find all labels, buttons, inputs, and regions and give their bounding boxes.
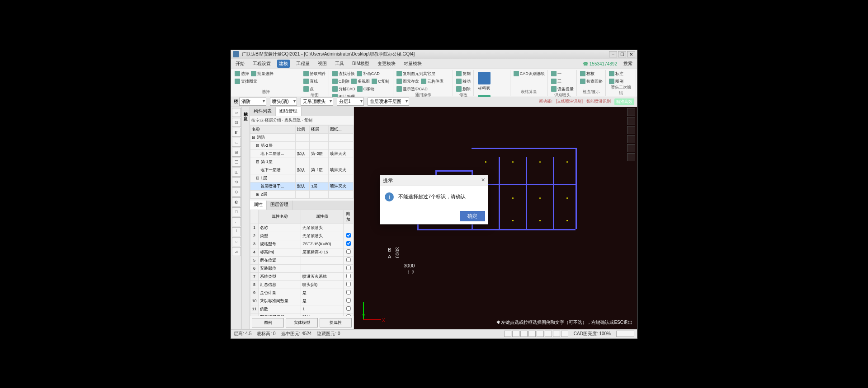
menu-view[interactable]: 视图	[316, 60, 329, 68]
btn-find-element[interactable]: 查找图元	[235, 79, 257, 84]
btn-material-table[interactable]: 材料表	[477, 71, 491, 92]
btn-legend[interactable]: 图例	[609, 79, 623, 84]
tree-row[interactable]: 地下一层喷...默认第-1层喷淋灭火	[250, 166, 354, 174]
menu-start[interactable]: 开始	[234, 60, 246, 68]
btn-sprinkler-1[interactable]: 一	[551, 71, 574, 77]
side-tool-10[interactable]: ◐	[232, 197, 241, 206]
prop-checkbox[interactable]	[346, 249, 351, 254]
tree-row[interactable]: ⊟ 消防	[250, 133, 354, 141]
btn-c-delete[interactable]: C删除	[332, 79, 350, 84]
btn-redraw-cad[interactable]: 补画CAD	[357, 71, 380, 77]
tree-row[interactable]: ⊟ 第-1层	[250, 158, 354, 166]
prop-row[interactable]: 1 名称无吊顶喷头	[250, 224, 354, 232]
menu-modeling[interactable]: 建模	[277, 60, 290, 68]
tree-row[interactable]: 地下二层喷...默认第-2层喷淋灭火	[250, 150, 354, 158]
prop-row[interactable]: 8 汇总信息喷头(消)	[250, 280, 354, 289]
prop-checkbox[interactable]	[346, 290, 351, 295]
tree-row[interactable]: 首层喷淋干...默认1层喷淋灭火	[250, 182, 354, 190]
side-tool-6[interactable]: ☰	[232, 158, 241, 167]
btn-delete[interactable]: 删除	[456, 86, 471, 92]
prop-checkbox[interactable]	[346, 266, 351, 270]
prop-checkbox[interactable]	[346, 233, 351, 238]
side-tool-9[interactable]: ⊙	[232, 187, 241, 196]
dialog-ok-button[interactable]: 确定	[460, 211, 485, 221]
prop-row[interactable]: 2 类型无吊顶喷头	[250, 232, 354, 240]
view-btn-7[interactable]	[553, 331, 560, 337]
selector-component[interactable]: 喷头(消)	[270, 98, 297, 106]
btn-sprinkler-2[interactable]: 三	[551, 79, 574, 84]
btn-copy[interactable]: 复制	[456, 71, 471, 77]
view-btn-3[interactable]	[520, 331, 528, 337]
selector-floor[interactable]: 楼消防	[234, 98, 266, 106]
btn-check[interactable]: 校核	[580, 71, 603, 77]
side-tool-12[interactable]: ⌐	[232, 217, 241, 226]
side-tool-15[interactable]: ⊿	[232, 247, 241, 256]
cat-custom[interactable]: 自定义	[242, 111, 250, 115]
btn-cloud-lib[interactable]: 云构件库	[421, 79, 443, 84]
link-smart[interactable]: 智能喷淋识别	[586, 98, 611, 105]
brightness-slider[interactable]	[616, 331, 634, 337]
cat-building[interactable]: 建筑结构	[242, 107, 250, 111]
side-tool-11[interactable]: □	[232, 207, 241, 216]
btn-copy-to-floor[interactable]: 复制图元到其它层	[396, 71, 435, 77]
prop-row[interactable]: 3 规格型号ZSTZ-15(K=80)	[250, 240, 354, 248]
btn-point[interactable]: 点	[303, 86, 326, 92]
prop-checkbox[interactable]	[346, 298, 351, 303]
btn-show-cad[interactable]: 显示选中CAD	[396, 86, 428, 92]
rtool-3[interactable]	[627, 126, 635, 134]
rtool-6[interactable]	[627, 153, 635, 161]
menu-bim[interactable]: BIM模型	[350, 60, 371, 68]
side-tool-4[interactable]: ▭	[232, 138, 241, 147]
btn-3d-model[interactable]: 实体模型	[286, 318, 318, 327]
panel-toolbar[interactable]: 按专业·楼层分组 · 表头显隐 · 复制	[250, 116, 354, 125]
selector-type[interactable]: 无吊顶喷头	[301, 98, 333, 106]
menu-project-settings[interactable]: 工程设置	[251, 60, 273, 68]
tree-row[interactable]: ⊟ 1层	[250, 174, 354, 182]
prop-row[interactable]: 9 是否计量是	[250, 289, 354, 297]
prop-checkbox[interactable]	[346, 274, 351, 278]
prop-checkbox[interactable]	[346, 241, 351, 246]
btn-sprinkler-3[interactable]: 设备提量	[551, 86, 574, 92]
tab-properties[interactable]: 属性	[250, 201, 267, 210]
btn-multiview[interactable]: 多视图	[351, 79, 370, 84]
side-tool-5[interactable]: ⊞	[232, 148, 241, 157]
prop-row[interactable]: 6 安装部位	[250, 264, 354, 272]
btn-cad-recognize-opts[interactable]: CAD识别选项	[514, 71, 545, 77]
rtool-1[interactable]	[627, 108, 635, 116]
view-btn-5[interactable]	[537, 331, 544, 337]
side-tool-8[interactable]: ⟲	[232, 178, 241, 187]
tab-drawing-mgr[interactable]: 图纸管理	[276, 107, 302, 116]
prop-row[interactable]: 11 倍数1	[250, 305, 354, 313]
menu-quantity[interactable]: 工程量	[294, 60, 311, 68]
menu-tools[interactable]: 工具	[333, 60, 346, 68]
side-tool-13[interactable]: └	[232, 227, 241, 236]
view-btn-6[interactable]	[545, 331, 552, 337]
btn-line[interactable]: 直线	[303, 79, 326, 84]
btn-c-copy[interactable]: C复制	[372, 79, 389, 84]
side-tool-3[interactable]: ◧	[232, 128, 241, 137]
dialog-close-button[interactable]: ✕	[481, 177, 485, 184]
btn-annotate[interactable]: 标注	[609, 71, 623, 77]
maximize-button[interactable]: ☐	[618, 51, 626, 57]
minimize-button[interactable]: ‒	[609, 51, 617, 57]
view-btn-2[interactable]	[512, 331, 519, 337]
link-new-feature[interactable]: 新功能!	[539, 98, 552, 105]
selector-layer[interactable]: 分层1	[337, 98, 364, 106]
prop-row[interactable]: 4 标高(m)层顶标高-0.15	[250, 248, 354, 256]
menu-change[interactable]: 变更模块	[376, 60, 397, 68]
rtool-2[interactable]	[627, 117, 635, 125]
btn-split-cad[interactable]: 分解CAD	[332, 86, 355, 92]
btn-extract-props[interactable]: 提属性	[320, 318, 352, 327]
btn-legend[interactable]: 图例	[252, 318, 284, 327]
close-button[interactable]: ✕	[627, 51, 635, 57]
btn-pick[interactable]: 拾取构件	[303, 71, 326, 77]
tree-row[interactable]: ⊟ 第-2层	[250, 141, 354, 150]
prop-checkbox[interactable]	[346, 282, 351, 286]
rtool-5[interactable]	[627, 144, 635, 152]
prop-checkbox[interactable]	[346, 306, 351, 311]
tab-layers[interactable]: 图层管理	[267, 201, 292, 210]
prop-checkbox[interactable]	[346, 257, 351, 262]
link-branch[interactable]: [支线喷淋识别]	[556, 98, 583, 105]
btn-c-move[interactable]: C移动	[357, 86, 375, 92]
btn-check-loop[interactable]: 检查回路	[580, 79, 603, 84]
